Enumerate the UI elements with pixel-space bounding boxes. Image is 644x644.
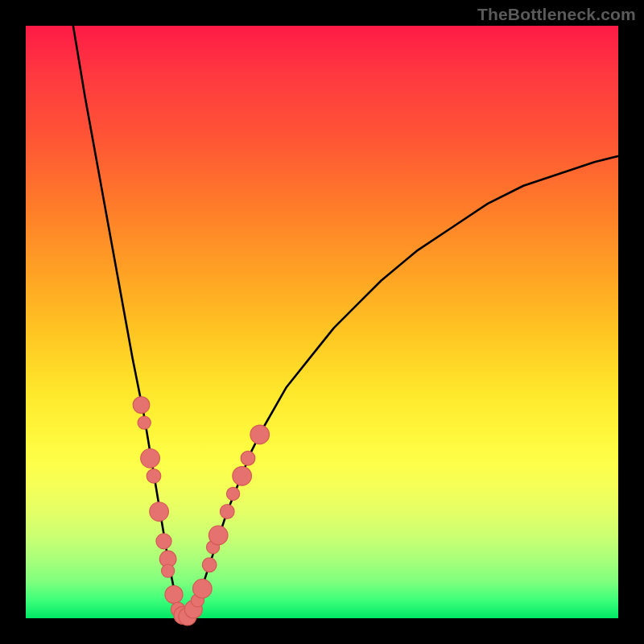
plot-area <box>26 26 618 618</box>
chart-frame: TheBottleneck.com <box>0 0 644 644</box>
data-point <box>227 487 240 500</box>
data-point <box>138 416 151 429</box>
bottleneck-curve <box>73 26 618 618</box>
watermark-text: TheBottleneck.com <box>477 5 636 24</box>
data-point <box>150 502 169 522</box>
data-point <box>162 564 175 577</box>
data-point <box>193 579 213 598</box>
data-point <box>250 425 270 444</box>
data-point <box>141 449 160 469</box>
data-point <box>233 467 252 486</box>
data-point <box>133 397 150 414</box>
data-point <box>220 505 234 519</box>
curve-markers <box>133 397 269 625</box>
data-point <box>147 469 161 484</box>
data-point <box>156 534 171 549</box>
data-point <box>202 558 217 572</box>
data-point <box>165 586 183 604</box>
data-point <box>208 526 228 545</box>
curve-svg <box>26 26 618 618</box>
data-point <box>241 451 255 465</box>
